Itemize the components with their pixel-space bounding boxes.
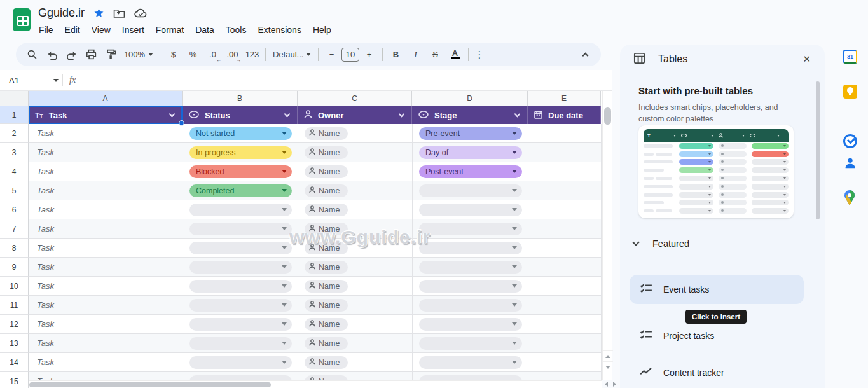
paint-format-icon[interactable] <box>101 46 121 64</box>
table-header-owner[interactable]: Owner <box>298 106 412 124</box>
menu-data[interactable]: Data <box>189 23 220 37</box>
cell-stage[interactable] <box>413 334 528 353</box>
chevron-down-icon[interactable] <box>284 111 291 118</box>
column-header-B[interactable]: B <box>183 91 298 106</box>
cell-task[interactable]: Task <box>29 124 183 143</box>
status-chip-empty[interactable] <box>189 356 292 369</box>
increase-decimals-button[interactable]: .00→ <box>223 46 242 64</box>
owner-chip[interactable]: Name <box>305 184 348 197</box>
cell-status[interactable] <box>183 219 298 239</box>
cell-due-date[interactable] <box>528 219 602 239</box>
table-header-status[interactable]: Status <box>183 106 298 124</box>
row-header-4[interactable]: 4 <box>0 162 29 181</box>
document-title[interactable]: Gguide.ir <box>38 6 85 20</box>
table-header-due-date[interactable]: Due date <box>528 106 601 124</box>
increase-font-size-button[interactable]: + <box>359 46 379 64</box>
owner-chip[interactable]: Name <box>305 223 348 235</box>
owner-chip[interactable]: Name <box>305 356 348 369</box>
cell-status[interactable] <box>183 353 298 372</box>
percent-format-button[interactable]: % <box>183 46 203 64</box>
cell-stage[interactable] <box>413 258 528 277</box>
cell-status[interactable] <box>183 239 298 258</box>
stage-chip-empty[interactable] <box>419 337 522 350</box>
row-header-13[interactable]: 13 <box>0 334 29 353</box>
row-header-1[interactable]: 1 <box>0 106 29 124</box>
cell-due-date[interactable] <box>528 239 602 258</box>
keep-app-icon[interactable] <box>843 85 857 99</box>
cell-stage[interactable] <box>413 296 528 315</box>
column-header-D[interactable]: D <box>412 91 528 106</box>
stage-chip-pre-event[interactable]: Pre-event <box>419 127 522 140</box>
cell-due-date[interactable] <box>528 124 602 143</box>
row-header-8[interactable]: 8 <box>0 239 29 258</box>
featured-section-toggle[interactable]: Featured <box>633 239 689 249</box>
cell-task[interactable]: Task <box>29 200 183 219</box>
menu-edit[interactable]: Edit <box>59 23 86 37</box>
cell-due-date[interactable] <box>528 315 602 334</box>
font-size-input[interactable]: 10 <box>341 48 359 62</box>
cell-stage[interactable] <box>413 200 528 219</box>
cell-due-date[interactable] <box>528 162 602 181</box>
row-header-10[interactable]: 10 <box>0 277 29 296</box>
cell-task[interactable]: Task <box>29 162 183 181</box>
status-chip-blocked[interactable]: Blocked <box>189 165 292 178</box>
cell-task[interactable]: Task <box>29 258 183 277</box>
cell-status[interactable] <box>183 315 298 334</box>
stage-chip-empty[interactable] <box>419 261 522 274</box>
cell-status[interactable] <box>183 334 298 353</box>
cell-stage[interactable] <box>413 239 528 258</box>
cell-stage[interactable] <box>413 181 528 200</box>
stage-chip-day-of[interactable]: Day of <box>419 146 522 159</box>
chevron-down-icon[interactable] <box>514 111 521 118</box>
menu-tools[interactable]: Tools <box>220 23 252 37</box>
sidebar-item-content-tracker[interactable]: Content tracker <box>630 358 804 387</box>
cell-owner[interactable]: Name <box>298 277 413 296</box>
owner-chip[interactable]: Name <box>305 318 348 331</box>
cell-owner[interactable]: Name <box>298 219 413 239</box>
sheets-logo-icon[interactable] <box>13 8 31 31</box>
owner-chip[interactable]: Name <box>305 280 348 293</box>
cell-due-date[interactable] <box>528 353 602 372</box>
stage-chip-empty[interactable] <box>419 280 522 293</box>
cell-task[interactable]: Task <box>29 315 183 334</box>
row-header-7[interactable]: 7 <box>0 219 29 239</box>
undo-icon[interactable] <box>42 46 62 64</box>
vertical-scrollbar[interactable] <box>602 91 612 380</box>
owner-chip[interactable]: Name <box>305 165 348 178</box>
zoom-select[interactable]: 100% <box>121 46 156 64</box>
owner-chip[interactable]: Name <box>305 299 348 312</box>
cell-due-date[interactable] <box>528 181 602 200</box>
cell-status[interactable]: Completed <box>183 181 298 200</box>
table-header-stage[interactable]: Stage <box>412 106 528 124</box>
column-header-A[interactable]: A <box>29 91 183 106</box>
cell-due-date[interactable] <box>528 258 602 277</box>
chevron-down-icon[interactable] <box>399 111 405 118</box>
cell-owner[interactable]: Name <box>298 162 413 181</box>
cell-stage[interactable] <box>413 219 528 239</box>
scroll-down-button[interactable] <box>603 361 613 372</box>
menu-help[interactable]: Help <box>307 23 337 37</box>
cell-stage[interactable] <box>413 277 528 296</box>
cell-status[interactable]: Not started <box>183 124 298 143</box>
cell-stage[interactable]: Pre-event <box>413 124 528 143</box>
status-chip-empty[interactable] <box>189 204 292 216</box>
owner-chip[interactable]: Name <box>305 242 348 254</box>
menu-format[interactable]: Format <box>150 23 189 37</box>
vertical-scrollbar-thumb[interactable] <box>604 107 611 125</box>
cell-owner[interactable]: Name <box>298 315 413 334</box>
tasks-app-icon[interactable] <box>843 134 857 148</box>
cell-stage[interactable]: Post-event <box>413 162 528 181</box>
cell-owner[interactable]: Name <box>298 200 413 219</box>
cell-task[interactable]: Task <box>29 239 183 258</box>
move-folder-icon[interactable] <box>113 8 125 18</box>
horizontal-scrollbar-thumb[interactable] <box>29 382 271 387</box>
table-preview-card[interactable]: T <box>638 125 794 218</box>
stage-chip-empty[interactable] <box>419 299 522 312</box>
cell-status[interactable] <box>183 258 298 277</box>
stage-chip-post-event[interactable]: Post-event <box>419 165 522 178</box>
maps-app-icon[interactable] <box>843 190 857 204</box>
row-header-5[interactable]: 5 <box>0 181 29 200</box>
cell-due-date[interactable] <box>528 277 602 296</box>
owner-chip[interactable]: Name <box>305 261 348 274</box>
print-icon[interactable] <box>81 46 101 64</box>
